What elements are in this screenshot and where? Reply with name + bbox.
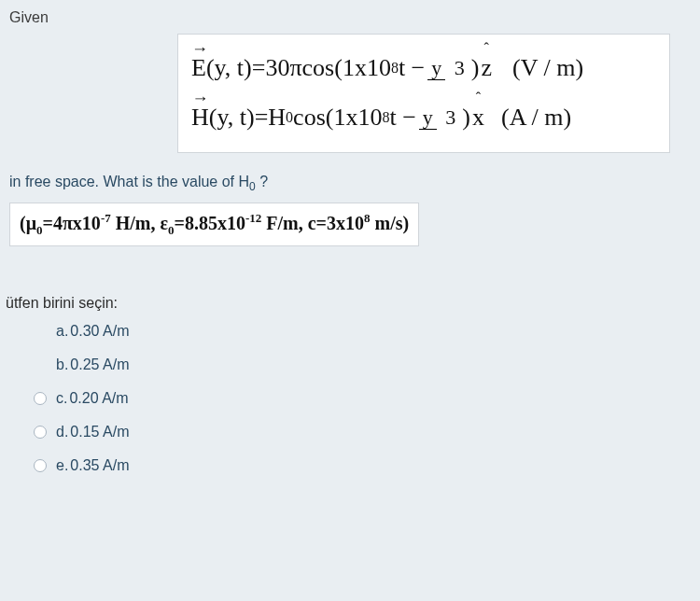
E-close: )	[471, 51, 480, 84]
E-freq: 1x10	[343, 51, 391, 84]
mu-unit: H/m,	[111, 213, 161, 233]
prompt-sub: 0	[249, 180, 256, 193]
question-container: Given →E(y, t) = 30π cos(1x108t − y 3 )ˆ…	[0, 0, 700, 474]
options-list: a.0.30 A/m b.0.25 A/m c.0.20 A/m d.0.15 …	[34, 323, 700, 474]
option-d[interactable]: d.0.15 A/m	[34, 424, 700, 440]
radio-icon	[34, 459, 47, 472]
constants-box: (μ0=4πx10-7 H/m, ε0=8.85x10-12 F/m, c=3x…	[9, 203, 419, 246]
eps-exp: -12	[245, 211, 261, 225]
E-coef: 30π	[265, 51, 301, 84]
equation-E: →E(y, t) = 30π cos(1x108t − y 3 )ˆz(V / …	[191, 51, 656, 84]
H-tminus: t −	[389, 101, 415, 133]
opt-d-key: d.	[56, 424, 68, 440]
option-c[interactable]: c.0.20 A/m	[34, 390, 700, 407]
H-symbol: H	[191, 104, 209, 131]
H-frac-den: 3	[441, 105, 459, 129]
eps-unit: F/m,	[261, 213, 307, 233]
eps-eq: =8.85x10	[175, 213, 245, 233]
H-frac: y 3	[419, 104, 460, 132]
mu-exp: -7	[101, 211, 111, 225]
E-units: (V / m)	[512, 51, 583, 84]
opt-c-key: c.	[56, 390, 67, 406]
prompt-text: in free space. What is the value of H	[9, 174, 249, 189]
prompt-qmark: ?	[256, 174, 268, 189]
E-eq: =	[252, 51, 266, 84]
c-label: c=3x10	[308, 213, 364, 233]
opt-c-val: 0.20 A/m	[69, 390, 128, 406]
opt-e-val: 0.35 A/m	[70, 457, 129, 473]
E-zhat: z	[481, 54, 492, 81]
radio-icon	[34, 426, 47, 439]
E-frac-num: y	[427, 56, 445, 80]
given-label: Given	[9, 9, 700, 26]
H-xhat: x	[472, 104, 484, 131]
E-func: cos(	[302, 51, 343, 84]
opt-b-val: 0.25 A/m	[70, 356, 129, 372]
mu-eq: =4πx10	[43, 213, 101, 233]
choose-label: ütfen birini seçin:	[6, 295, 700, 312]
H-eq: =	[255, 101, 269, 133]
option-e[interactable]: e.0.35 A/m	[34, 457, 700, 474]
c-unit: m/s)	[371, 213, 410, 233]
H-units: (A / m)	[501, 101, 571, 133]
opt-a-val: 0.30 A/m	[70, 323, 129, 339]
option-b[interactable]: b.0.25 A/m	[34, 356, 700, 373]
E-frac: y 3	[427, 54, 469, 82]
radio-icon	[34, 392, 47, 405]
H-args: (y, t)	[209, 101, 255, 133]
H-func: cos(	[293, 101, 333, 133]
opt-e-key: e.	[56, 457, 68, 473]
equation-H: →H(y, t) = H0 cos(1x108t − y 3 )ˆx(A / m…	[191, 101, 656, 133]
H-coef: H	[268, 101, 286, 133]
E-args: (y, t)	[206, 51, 252, 84]
opt-b-key: b.	[56, 356, 68, 372]
equation-box: →E(y, t) = 30π cos(1x108t − y 3 )ˆz(V / …	[177, 34, 670, 153]
H-freq: 1x10	[333, 101, 382, 133]
H-frac-num: y	[419, 105, 437, 130]
option-a[interactable]: a.0.30 A/m	[34, 323, 700, 340]
prompt-line: in free space. What is the value of H0 ?	[9, 174, 700, 193]
H-close: )	[462, 101, 470, 133]
eps-label: ε	[161, 213, 169, 233]
opt-a-key: a.	[56, 323, 68, 339]
E-frac-den: 3	[451, 56, 469, 79]
E-tminus: t −	[399, 51, 425, 84]
E-symbol: E	[191, 54, 206, 81]
mu-label: μ	[26, 213, 36, 233]
opt-d-val: 0.15 A/m	[70, 424, 129, 440]
